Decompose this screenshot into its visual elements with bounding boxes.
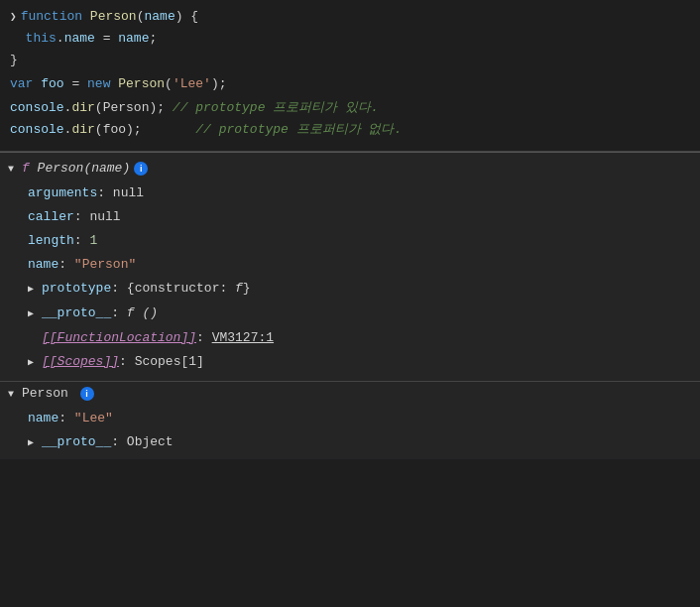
row-proto2[interactable]: __proto__ : Object [0,430,700,455]
constructor-f: f [235,279,243,299]
key-proto: __proto__ [42,304,111,323]
expand-arrow-prototype[interactable] [28,280,38,300]
key-name: name [28,255,58,275]
space [110,74,118,94]
spaces [142,120,188,140]
close-brace-proto: } [243,279,251,299]
close-brace: } [10,51,18,70]
comment-1: // prototype 프로퍼티가 있다. [165,98,379,118]
args-foo: (foo); [95,120,142,140]
open-paren2: ( [165,74,173,94]
expand-arrow-scopes[interactable] [28,353,38,373]
this-keyword: this [26,29,57,49]
row-scopes[interactable]: [[Scopes]] : Scopes[1] [0,350,700,375]
sep3: : [74,231,90,251]
row-proto[interactable]: __proto__ : f () [0,302,700,326]
console-obj2: console [10,120,64,140]
function-name: Person [90,7,137,27]
key-proto2: __proto__ [42,432,111,452]
sep9: : [58,409,74,428]
sep6: : [111,304,127,323]
dot3: . [64,120,72,140]
val-proto-parens: () [142,304,158,323]
code-line-5: var foo = new Person ( 'Lee' ) ; [0,73,700,95]
open-brace: { [183,7,199,27]
code-line-1: ❯ function Person ( name ) { [0,6,700,28]
constructor-call: Person [118,74,165,94]
code-line-3: } [0,50,700,71]
key-arguments: arguments [28,183,97,203]
key-prototype: prototype [42,279,111,299]
semi2: ; [219,74,227,94]
val-proto: f [127,304,143,323]
string-lee: 'Lee' [173,74,211,94]
sep10: : [111,432,127,452]
val-name: "Person" [74,255,136,275]
sep8: : [119,352,135,372]
expand-arrow-proto[interactable] [28,304,38,324]
key-length: length [28,231,74,251]
person-obj-label: Person [22,384,76,404]
sep5: : [111,279,127,299]
val-length: 1 [89,231,97,251]
sep7: : [196,328,212,348]
dot: . [57,29,64,49]
key-caller: caller [28,207,74,227]
code-line-2: this . name = name ; [0,28,700,50]
val-prototype: {constructor: [127,279,235,299]
var-foo: foo [41,74,63,94]
indent-spacer [28,328,42,348]
open-paren: ( [137,7,145,27]
expand-arrow-2[interactable] [8,385,18,405]
args-person: (Person); [95,98,165,118]
semicolon: ; [149,29,157,49]
info-badge-1[interactable]: i [134,162,148,176]
row-arguments: arguments : null [0,182,700,205]
space [33,74,41,94]
sep: : [97,183,113,203]
expand-arrow-proto2[interactable] [28,433,38,453]
line-arrow: ❯ [10,7,17,27]
param-name: name [144,7,175,27]
info-badge-2[interactable]: i [80,387,94,401]
row-length: length : 1 [0,229,700,253]
val-proto2: Object [127,432,174,452]
val-function-location[interactable]: VM3127:1 [212,328,274,348]
code-line-8: console . dir (foo); // prototype 프로퍼티가 … [0,119,700,141]
val-scopes: Scopes[1] [135,352,204,372]
expand-arrow-1[interactable] [8,160,18,180]
console-output: f Person(name) i arguments : null caller… [0,153,700,459]
val-name-lee: "Lee" [74,409,113,428]
person-name-header: Person(name) [38,159,131,179]
val-arguments: null [113,183,144,203]
dot2: . [64,98,72,118]
sep2: : [74,207,90,227]
keyword-function: function [21,7,82,27]
code-editor: ❯ function Person ( name ) { this . name… [0,0,700,152]
key-function-location[interactable]: [[FunctionLocation]] [42,328,196,348]
section2-header[interactable]: Person i [0,382,700,407]
key-scopes[interactable]: [[Scopes]] [42,352,119,372]
row-caller: caller : null [0,205,700,229]
dir-method2: dir [71,120,94,140]
key-name-lee: name [28,409,58,428]
row-name-lee: name : "Lee" [0,407,700,430]
indent [10,29,26,49]
row-function-location: [[FunctionLocation]] : VM3127:1 [0,326,700,350]
close-paren: ) [175,7,183,27]
close-paren2: ) [211,74,219,94]
keyword-var: var [10,74,33,94]
f-label: f [22,159,38,179]
space [82,7,90,27]
section1-header[interactable]: f Person(name) i [0,157,700,182]
property-name: name [64,29,95,49]
console-obj: console [10,98,64,118]
val-caller: null [89,207,120,227]
code-line-7: console . dir (Person); // prototype 프로퍼… [0,97,700,119]
name-param: name [118,29,149,49]
assign: = [64,74,87,94]
dir-method: dir [71,98,94,118]
sep4: : [58,255,74,275]
row-prototype[interactable]: prototype : {constructor: f } [0,277,700,302]
assign-op: = [95,29,118,49]
